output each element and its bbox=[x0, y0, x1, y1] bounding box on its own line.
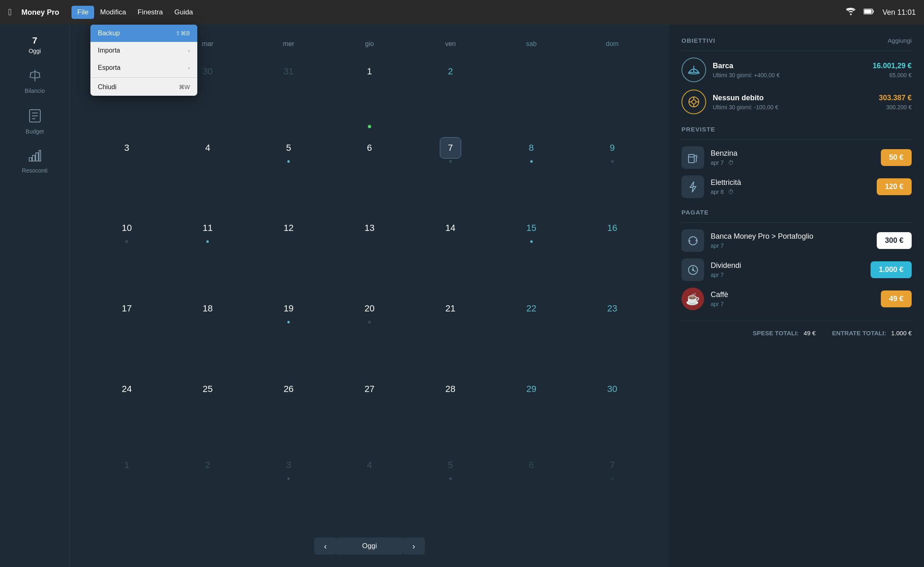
cal-day-10[interactable]: 10 bbox=[86, 212, 167, 292]
cal-day-5[interactable]: 5 bbox=[248, 131, 329, 212]
bill-benzina[interactable]: Benzina apr 7 ⏱ 50 € bbox=[681, 146, 912, 169]
dropdown-importa[interactable]: Importa › bbox=[90, 42, 197, 59]
sidebar-item-oggi[interactable]: 7 Oggi bbox=[0, 29, 69, 62]
budget-icon bbox=[29, 109, 41, 126]
calendar-nav: ‹ Oggi › bbox=[86, 537, 653, 555]
dropdown-chiudi[interactable]: Chiudi ⌘W bbox=[90, 78, 197, 96]
cal-day-14[interactable]: 14 bbox=[410, 212, 491, 292]
cal-day-28[interactable]: 28 bbox=[410, 373, 491, 449]
debito-sub: Ultimi 30 giorni: -100,00 € bbox=[713, 104, 872, 111]
cal-day-12[interactable]: 12 bbox=[248, 212, 329, 292]
bill-dividendi[interactable]: Dividendi apr 7 1.000 € bbox=[681, 258, 912, 281]
previste-divider bbox=[681, 139, 912, 140]
cal-day-22[interactable]: 22 bbox=[491, 292, 572, 373]
today-number: 7 bbox=[32, 36, 37, 45]
cal-day-30[interactable]: 30 bbox=[572, 373, 653, 449]
cal-day-9[interactable]: 9 bbox=[572, 131, 653, 212]
sidebar-item-budget[interactable]: Budget bbox=[0, 101, 69, 142]
cal-day-6[interactable]: 6 bbox=[329, 131, 410, 212]
barca-icon bbox=[681, 58, 706, 82]
obiettivi-title: OBIETTIVI bbox=[681, 37, 715, 44]
menu-finestra[interactable]: Finestra bbox=[132, 6, 169, 19]
cal-day-n1[interactable]: 1 bbox=[86, 449, 167, 529]
banca-amount-button[interactable]: 300 € bbox=[877, 232, 912, 249]
benzina-amount-button[interactable]: 50 € bbox=[881, 149, 912, 166]
banca-icon bbox=[681, 229, 704, 252]
today-label: Oggi bbox=[29, 48, 41, 54]
svg-rect-10 bbox=[36, 153, 38, 161]
benzina-date: apr 7 ⏱ bbox=[711, 159, 874, 166]
goal-barca[interactable]: Barca Ultimi 30 giorni: +400,00 € 16.001… bbox=[681, 58, 912, 82]
cal-day-3[interactable]: 3 bbox=[86, 131, 167, 212]
caffe-date: apr 7 bbox=[711, 301, 874, 307]
cal-next-button[interactable]: › bbox=[402, 537, 425, 555]
cal-today-button[interactable]: Oggi bbox=[337, 537, 402, 555]
cal-day-8[interactable]: 8 bbox=[491, 131, 572, 212]
cal-day-27[interactable]: 27 bbox=[329, 373, 410, 449]
cal-day-23[interactable]: 23 bbox=[572, 292, 653, 373]
dropdown-esporta[interactable]: Esporta › bbox=[90, 59, 197, 76]
cal-day-n4[interactable]: 4 bbox=[329, 449, 410, 529]
cal-day-1[interactable]: 1 bbox=[329, 55, 410, 131]
cal-day-21[interactable]: 21 bbox=[410, 292, 491, 373]
cal-day-29[interactable]: 29 bbox=[491, 373, 572, 449]
goal-debito[interactable]: Nessun debito Ultimi 30 giorni: -100,00 … bbox=[681, 90, 912, 114]
entrate-label: ENTRATE TOTALI: bbox=[832, 330, 886, 337]
dropdown-backup[interactable]: Backup ⇧⌘B bbox=[90, 25, 197, 42]
previste-section: PREVISTE Benzina apr 7 ⏱ bbox=[681, 126, 912, 205]
cal-day-7[interactable]: 7 bbox=[410, 131, 491, 212]
cal-day-18[interactable]: 18 bbox=[167, 292, 248, 373]
caffe-info: Caffè apr 7 bbox=[711, 290, 874, 307]
backup-label: Backup bbox=[98, 30, 120, 37]
cal-day-n6[interactable]: 6 bbox=[491, 449, 572, 529]
bill-caffe[interactable]: ☕ Caffè apr 7 49 € bbox=[681, 288, 912, 310]
cal-day-13[interactable]: 13 bbox=[329, 212, 410, 292]
dividendi-amount-button[interactable]: 1.000 € bbox=[871, 261, 912, 278]
cal-day-n5[interactable]: 5 bbox=[410, 449, 491, 529]
totals-row: SPESE TOTALI: 49 € ENTRATE TOTALI: 1.000… bbox=[681, 321, 912, 337]
menu-modifica[interactable]: Modifica bbox=[94, 6, 132, 19]
cal-day-n7[interactable]: 7 bbox=[572, 449, 653, 529]
cal-day-25[interactable]: 25 bbox=[167, 373, 248, 449]
budget-label: Budget bbox=[25, 128, 44, 135]
svg-rect-19 bbox=[688, 154, 694, 163]
sidebar-item-bilancio[interactable]: Bilancio bbox=[0, 62, 69, 101]
cal-day-11[interactable]: 11 bbox=[167, 212, 248, 292]
cal-day[interactable]: 31 bbox=[248, 55, 329, 131]
cal-day-24[interactable]: 24 bbox=[86, 373, 167, 449]
chiudi-label: Chiudi bbox=[98, 83, 116, 91]
backup-shortcut: ⇧⌘B bbox=[176, 30, 190, 37]
spese-total: SPESE TOTALI: 49 € bbox=[753, 330, 815, 337]
dividendi-info: Dividendi apr 7 bbox=[711, 261, 864, 278]
calendar-area: lun mar mer gio ven sab dom 29 30 31 1 2… bbox=[70, 25, 669, 567]
apple-logo[interactable]:  bbox=[8, 7, 12, 18]
barca-sub: Ultimi 30 giorni: +400,00 € bbox=[713, 72, 866, 78]
obiettivi-add[interactable]: Aggiungi bbox=[888, 37, 912, 44]
cal-day-19[interactable]: 19 bbox=[248, 292, 329, 373]
obiettivi-header: OBIETTIVI Aggiungi bbox=[681, 37, 912, 44]
bill-elettricita[interactable]: Elettricità apr 8 ⏱ 120 € bbox=[681, 175, 912, 198]
cal-day-17[interactable]: 17 bbox=[86, 292, 167, 373]
caffe-amount-button[interactable]: 49 € bbox=[881, 290, 912, 307]
esporta-label: Esporta bbox=[98, 64, 120, 71]
debito-amounts: 303.387 € 300.200 € bbox=[879, 94, 912, 111]
menu-file[interactable]: File bbox=[72, 6, 94, 19]
cal-day-n3[interactable]: 3 bbox=[248, 449, 329, 529]
header-sab: sab bbox=[491, 37, 572, 51]
pagate-title: PAGATE bbox=[681, 209, 709, 216]
cal-day-15[interactable]: 15 bbox=[491, 212, 572, 292]
cal-day-16[interactable]: 16 bbox=[572, 212, 653, 292]
elettricita-amount-button[interactable]: 120 € bbox=[877, 178, 912, 195]
header-mer: mer bbox=[248, 37, 329, 51]
cal-day-2[interactable]: 2 bbox=[410, 55, 491, 131]
right-panel: OBIETTIVI Aggiungi Barca Ultimi 30 giorn… bbox=[669, 25, 924, 567]
cal-day-20[interactable]: 20 bbox=[329, 292, 410, 373]
sidebar-item-resoconti[interactable]: Resoconti bbox=[0, 142, 69, 181]
menu-guida[interactable]: Guida bbox=[169, 6, 199, 19]
cal-prev-button[interactable]: ‹ bbox=[314, 537, 337, 555]
svg-rect-2 bbox=[864, 9, 871, 13]
cal-day-26[interactable]: 26 bbox=[248, 373, 329, 449]
bill-banca[interactable]: Banca Money Pro > Portafoglio apr 7 300 … bbox=[681, 229, 912, 252]
cal-day-4[interactable]: 4 bbox=[167, 131, 248, 212]
cal-day-n2[interactable]: 2 bbox=[167, 449, 248, 529]
